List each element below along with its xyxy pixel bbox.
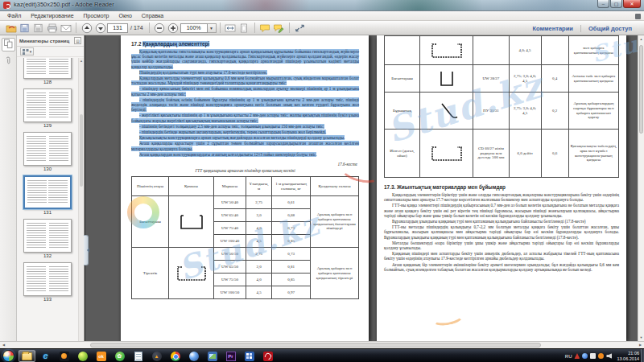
paragraph: Қаңқалардың металды элементтері қалыңдығ… bbox=[131, 76, 359, 85]
system-tray: RU 21:06 13.06.2014 bbox=[565, 349, 639, 362]
attachments-tab[interactable] bbox=[2, 55, 15, 68]
thumbnail-page-129[interactable]: 129 bbox=[22, 88, 73, 128]
tray-updater-icon[interactable] bbox=[598, 353, 604, 359]
fit-width-button[interactable] bbox=[224, 22, 237, 34]
clock-date: 13.06.2014 bbox=[617, 356, 639, 361]
tray-volume-icon[interactable] bbox=[606, 353, 612, 359]
weight-cell: 0,81 bbox=[272, 261, 311, 274]
taskbar-agent[interactable] bbox=[74, 350, 91, 362]
previous-page-button[interactable] bbox=[80, 22, 93, 34]
marka-cell: UW 65/50 bbox=[214, 261, 246, 274]
zoom-in-button[interactable] bbox=[167, 22, 180, 34]
taskbar-adobe-reader[interactable] bbox=[259, 350, 276, 362]
scrollbar-thumb[interactable] bbox=[639, 45, 643, 134]
zoom-out-button[interactable] bbox=[153, 22, 167, 34]
show-desktop-button[interactable] bbox=[641, 349, 644, 362]
zoom-out-icon bbox=[154, 23, 165, 34]
thumbnails-toolbar: ▾ bbox=[17, 47, 84, 57]
tray-network-icon[interactable] bbox=[582, 353, 588, 359]
application-cell: Қисықсызықты төбелердің, арка мен күмбез… bbox=[568, 130, 618, 178]
profile-name-cell bbox=[385, 36, 420, 65]
toolbar-separator bbox=[149, 23, 150, 33]
paragraph: Қаңқалардың элементтерін біріктіру үшін … bbox=[384, 192, 619, 202]
explorer-icon bbox=[22, 352, 32, 360]
thumbnail-page-number: 128 bbox=[22, 80, 73, 84]
share-panel-button[interactable]: Общий доступ bbox=[580, 25, 639, 32]
close-button[interactable]: ✕ bbox=[623, 0, 641, 8]
fullscreen-button[interactable] bbox=[293, 22, 307, 34]
tray-alert-icon[interactable] bbox=[574, 353, 580, 359]
start-button[interactable] bbox=[2, 350, 14, 362]
taskbar-odnoklassniki[interactable]: ok bbox=[93, 350, 109, 362]
thumbnail-page-133[interactable]: 133 bbox=[22, 262, 73, 302]
page-number-input[interactable]: 131 bbox=[107, 23, 128, 33]
thumbnail-page-128[interactable]: 128 bbox=[22, 58, 73, 84]
zoom-level-input[interactable]: 100% bbox=[180, 23, 208, 33]
taskbar-notepad[interactable] bbox=[130, 350, 147, 362]
taskbar-internet-explorer[interactable]: e bbox=[37, 350, 54, 362]
email-button[interactable] bbox=[59, 22, 72, 34]
menu-file[interactable]: Файл bbox=[2, 11, 26, 21]
scroll-up-icon[interactable]: ▲ bbox=[638, 35, 644, 43]
fit-page-button[interactable] bbox=[237, 22, 251, 34]
maximize-button[interactable]: ▢ bbox=[610, 0, 622, 8]
taskbar-clock[interactable]: 21:06 13.06.2014 bbox=[614, 351, 639, 361]
taskbar-messenger[interactable]: ✿ bbox=[111, 350, 128, 362]
save-button[interactable] bbox=[31, 22, 45, 34]
next-page-button[interactable] bbox=[93, 22, 107, 34]
scroll-right-icon[interactable]: ▶ bbox=[637, 342, 644, 348]
document-vertical-scrollbar[interactable]: ▲ ▼ bbox=[638, 35, 644, 341]
thumbnail-page-131-selected[interactable]: 131 bbox=[22, 175, 73, 215]
minimize-button[interactable]: – bbox=[597, 0, 609, 8]
taskbar-browser-ball[interactable] bbox=[185, 350, 202, 362]
tray-monitor-icon[interactable] bbox=[590, 353, 596, 359]
annotate-button[interactable] bbox=[272, 22, 286, 34]
page-total-label: / 174 bbox=[130, 25, 143, 31]
length-cell: 4,5 bbox=[246, 235, 272, 248]
scroll-down-icon[interactable]: ▼ bbox=[638, 334, 644, 341]
document-view: 17.2 Қаңқалардың элементтері Қаңқалық-қа… bbox=[85, 35, 638, 341]
menu-window[interactable]: Окно bbox=[114, 11, 137, 21]
thumbnails-scrollbar[interactable]: ▲ bbox=[78, 58, 84, 341]
scrollbar-thumb[interactable] bbox=[90, 343, 541, 348]
taskbar-antivirus[interactable]: ▲ bbox=[148, 350, 165, 362]
adobe-reader-icon bbox=[263, 352, 273, 361]
profile-name-cell: Бағыттауыш bbox=[385, 65, 420, 93]
comments-panel-button[interactable]: Комментарии bbox=[525, 25, 580, 32]
zoom-dropdown-button[interactable]: ▼ bbox=[208, 23, 217, 33]
page-thumbnails-tab[interactable] bbox=[2, 38, 15, 51]
save-copy-button[interactable] bbox=[18, 22, 31, 34]
taskbar-premiere[interactable]: Pr bbox=[222, 350, 239, 362]
thumbnail-page-130[interactable]: 130 bbox=[22, 132, 73, 171]
comment-button[interactable] bbox=[258, 22, 272, 34]
menu-help[interactable]: Справка bbox=[137, 11, 168, 21]
print-button[interactable] bbox=[45, 22, 59, 34]
work-area: Миниатюры страниц ▤ ▾ 128 129 130 131 13… bbox=[0, 35, 644, 341]
adobe-reader-app-icon bbox=[3, 2, 10, 9]
taskbar-word[interactable] bbox=[241, 350, 258, 362]
menu-edit[interactable]: Редактирование bbox=[26, 11, 78, 21]
document-horizontal-scrollbar[interactable]: ◀ ▶ bbox=[0, 341, 644, 348]
panel-options-button[interactable]: ▤ bbox=[74, 37, 81, 44]
paragraph: Ағаш қаңқалардан конструкциялардағы ағаш… bbox=[131, 152, 359, 157]
application-cell: Аралық қабырға мен қабырға қаптамасы қаң… bbox=[311, 248, 359, 299]
scroll-up-icon[interactable]: ▲ bbox=[79, 58, 84, 64]
toolbar-separator bbox=[220, 23, 221, 33]
taskbar-chrome[interactable] bbox=[167, 350, 184, 362]
thumbnail-page-132[interactable]: 132 bbox=[22, 219, 73, 258]
panel-collapse-handle[interactable] bbox=[84, 235, 89, 265]
paragraph: Қаңқаның пішіндері мен аспаптарды бекіту… bbox=[384, 251, 619, 261]
thumbnail-options-button[interactable]: ▾ bbox=[20, 47, 34, 56]
profile-section-cell bbox=[169, 196, 214, 248]
antivirus-icon: ▲ bbox=[152, 352, 162, 361]
marka-cell: UW 100/40 bbox=[214, 235, 246, 248]
taskbar-photos[interactable] bbox=[204, 350, 221, 362]
open-button[interactable] bbox=[4, 22, 18, 34]
language-indicator[interactable]: RU bbox=[565, 354, 572, 359]
scrollbar-thumb[interactable] bbox=[80, 114, 83, 187]
menu-view[interactable]: Просмотр bbox=[79, 11, 114, 21]
taskbar-media-player[interactable] bbox=[56, 350, 72, 362]
taskbar-explorer[interactable] bbox=[19, 350, 35, 362]
scroll-left-icon[interactable]: ◀ bbox=[0, 342, 7, 348]
window-titlebar[interactable]: kaz(edit)350x250.pdf - Adobe Reader – ▢ … bbox=[0, 0, 644, 11]
